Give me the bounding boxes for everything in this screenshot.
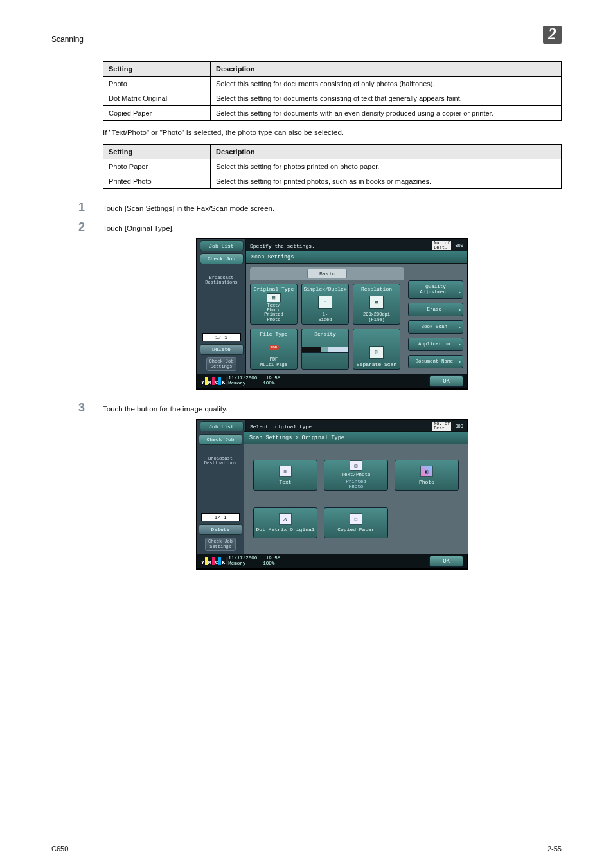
broadcast-label: Broadcast Destinations	[204, 457, 236, 466]
cell-setting: Photo Paper	[103, 159, 211, 174]
header-rule	[51, 48, 562, 48]
tile-sub: 1- Sided	[318, 312, 332, 322]
chapter-number: 2	[543, 26, 562, 44]
tile-density[interactable]: Density	[301, 329, 349, 370]
table-row: Photo Paper Select this setting for phot…	[103, 159, 562, 174]
option-dot-matrix[interactable]: A Dot Matrix Original	[253, 507, 317, 538]
no-of-dest: No. of Dest. 000	[432, 241, 463, 250]
sidebar-pager: 1/ 1	[202, 333, 241, 341]
tile-sub: PDF Multi Page	[260, 357, 287, 367]
book-scan-button[interactable]: Book Scan▸	[408, 320, 463, 334]
job-list-button[interactable]: Job List	[200, 240, 244, 251]
tile-sub: 200x200dpi (Fine)	[363, 312, 390, 322]
tile-header: Original Type	[254, 286, 294, 292]
table-header-description: Description	[211, 145, 562, 159]
separate-scan-icon: ⎘	[369, 346, 384, 359]
option-copied-paper[interactable]: ❐ Copied Paper	[324, 507, 388, 538]
delete-button[interactable]: Delete	[200, 344, 244, 355]
tile-separate-scan[interactable]: ⎘ Separate Scan	[353, 329, 400, 370]
broadcast-label: Broadcast Destinations	[205, 276, 237, 285]
toner-levels: Y M C K	[201, 377, 228, 385]
no-of-label: No. of Dest.	[432, 422, 451, 431]
page-icon: ☐	[318, 296, 332, 309]
check-job-settings-label[interactable]: Check Job Settings	[206, 357, 237, 371]
step-text: Touch [Original Type].	[103, 224, 174, 232]
screenshot-original-type: Job List Select original type. No. of De…	[196, 419, 468, 570]
application-button[interactable]: Application▸	[408, 338, 463, 351]
breadcrumb: Scan Settings > Original Type	[244, 431, 468, 444]
original-type-table: Setting Description Photo Select this se…	[103, 61, 562, 121]
ok-button[interactable]: OK	[429, 556, 463, 567]
chevron-right-icon: ▸	[458, 289, 461, 295]
cell-description: Select this setting for documents with a…	[211, 106, 562, 121]
toner-levels: Y M C K	[201, 557, 228, 565]
erase-button[interactable]: Erase▸	[408, 303, 463, 316]
check-job-settings-label[interactable]: Check Job Settings	[205, 538, 236, 551]
text-icon: ≡	[279, 466, 292, 477]
option-text[interactable]: ≡ Text	[253, 460, 317, 491]
delete-button[interactable]: Delete	[199, 524, 242, 535]
table-row: Photo Select this setting for documents …	[103, 77, 562, 91]
tile-sub	[324, 363, 326, 367]
cell-setting: Printed Photo	[103, 174, 211, 189]
tile-header: Separate Scan	[357, 361, 396, 367]
option-label: Text	[279, 479, 291, 485]
tile-file-type[interactable]: File Type PDF PDF Multi Page	[250, 329, 298, 370]
tab-basic[interactable]: Basic	[307, 269, 347, 278]
instruction-bar: Specify the settings. No. of Dest. 000	[246, 239, 467, 252]
tile-original-type[interactable]: Original Type ▤ Text/ Photo Printed Phot…	[250, 284, 298, 325]
breadcrumb: Scan Settings	[246, 251, 467, 264]
timestamp: 11/17/2006 19:58 Memory 100%	[228, 556, 280, 566]
option-label: Dot Matrix Original	[256, 527, 314, 532]
page: Scanning 2 Setting Description Photo Sel…	[0, 0, 613, 868]
grid-icon: ▦	[369, 296, 384, 309]
dot-matrix-icon: A	[279, 513, 292, 525]
step-text: Touch [Scan Settings] in the Fax/Scan mo…	[103, 204, 274, 212]
ok-button[interactable]: OK	[429, 375, 463, 387]
table-row: Dot Matrix Original Select this setting …	[103, 91, 562, 106]
option-label-lower: Printed Photo	[346, 480, 366, 490]
original-type-options: ≡ Text ▤ Text/Photo Printed Photo ◧ Phot…	[248, 448, 464, 550]
option-label: Photo	[419, 479, 434, 485]
no-of-value: 000	[455, 424, 463, 429]
step-number: 3	[78, 401, 91, 415]
tile-header: Simplex/Duplex	[303, 286, 346, 292]
photo-icon: ◧	[420, 466, 433, 477]
tile-header: File Type	[260, 331, 287, 337]
page-header: Scanning 2	[51, 26, 562, 44]
job-list-button[interactable]: Job List	[200, 421, 244, 432]
cell-setting: Copied Paper	[103, 106, 211, 121]
document-name-button[interactable]: Document Name▸	[408, 355, 463, 368]
timestamp: 11/17/2006 19:58 Memory 100%	[228, 376, 280, 386]
step-1: 1 Touch [Scan Settings] in the Fax/Scan …	[78, 201, 562, 214]
quality-adjustment-button[interactable]: Quality Adjustment▸	[408, 280, 463, 299]
tab-bar: Basic	[250, 267, 404, 280]
instruction-text: Select original type.	[250, 424, 315, 429]
tile-simplex-duplex[interactable]: Simplex/Duplex ☐ 1- Sided	[301, 284, 349, 325]
step-number: 1	[78, 201, 91, 214]
no-of-dest: No. of Dest. 000	[432, 422, 463, 431]
tile-resolution[interactable]: Resolution ▦ 200x200dpi (Fine)	[353, 284, 400, 325]
cell-description: Select this setting for printed photos, …	[211, 174, 562, 189]
table-row: Printed Photo Select this setting for pr…	[103, 174, 562, 189]
cell-setting: Dot Matrix Original	[103, 91, 211, 106]
table-row: Copied Paper Select this setting for doc…	[103, 106, 562, 121]
option-photo[interactable]: ◧ Photo	[395, 460, 459, 491]
chevron-right-icon: ▸	[458, 324, 461, 330]
table-header-setting: Setting	[103, 62, 211, 77]
option-text-photo[interactable]: ▤ Text/Photo Printed Photo	[324, 460, 388, 491]
check-job-button[interactable]: Check Job	[200, 253, 244, 264]
table-header-setting: Setting	[103, 145, 211, 159]
cell-description: Select this setting for photos printed o…	[211, 159, 562, 174]
footer-left: C650	[51, 845, 68, 853]
instruction-bar: Select original type. No. of Dest. 000	[246, 420, 467, 433]
pdf-badge: PDF	[269, 345, 280, 350]
table-header-description: Description	[211, 62, 562, 77]
check-job-button[interactable]: Check Job	[199, 434, 242, 445]
chevron-right-icon: ▸	[458, 341, 461, 347]
cell-description: Select this setting for documents consis…	[211, 91, 562, 106]
no-of-value: 000	[455, 243, 463, 248]
cell-setting: Photo	[103, 77, 211, 91]
tile-header: Resolution	[361, 286, 392, 292]
text-photo-icon: ▤	[267, 293, 281, 302]
